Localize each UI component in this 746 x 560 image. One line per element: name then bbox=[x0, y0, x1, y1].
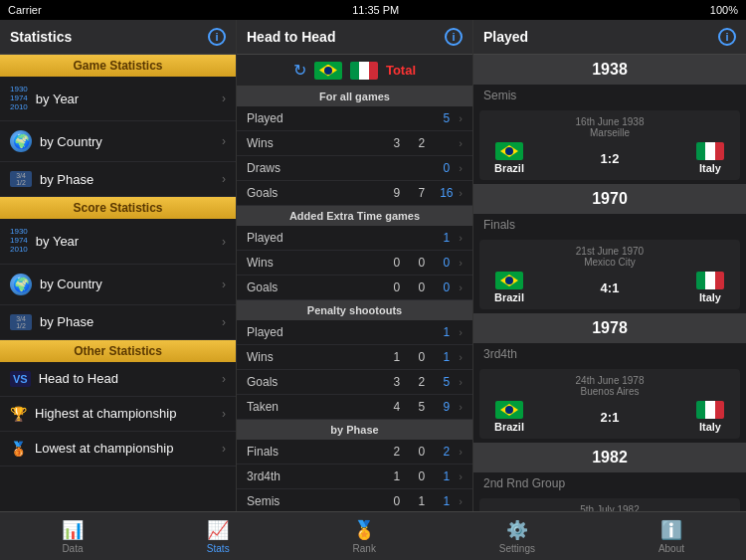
stats-tab-label: Stats bbox=[207, 543, 230, 554]
middle-panel-header: Head to Head i bbox=[237, 20, 472, 55]
settings-icon: ⚙️ bbox=[506, 519, 528, 541]
match-team-brazil: Brazil bbox=[489, 142, 529, 174]
phase-icon2: 3/41/2 bbox=[10, 314, 32, 330]
sidebar-item-score-year[interactable]: 193019742010 by Year › bbox=[0, 219, 236, 264]
score-phase-label: by Phase bbox=[40, 314, 93, 329]
table-row[interactable]: Played 1 › bbox=[237, 320, 472, 345]
match-date-venue: 16th June 1938Marseille bbox=[489, 116, 730, 138]
table-row[interactable]: Goals 9 7 16 › bbox=[237, 181, 472, 206]
statistics-info-button[interactable]: i bbox=[208, 28, 226, 46]
brazil-flag[interactable] bbox=[314, 62, 342, 80]
refresh-icon[interactable]: ↻ bbox=[293, 61, 306, 80]
tab-data[interactable]: 📊 Data bbox=[52, 515, 93, 558]
phase-icon: 3/41/2 bbox=[10, 171, 32, 187]
chevron-icon: › bbox=[222, 278, 226, 291]
phase-label: 3rd4th bbox=[473, 343, 746, 365]
year-header-1938: 1938 bbox=[473, 55, 746, 85]
about-icon: ℹ️ bbox=[660, 519, 682, 541]
sidebar-item-game-year[interactable]: 193019742010 by Year › bbox=[0, 77, 236, 121]
data-icon: 📊 bbox=[62, 519, 84, 541]
penalty-header: Penalty shootouts bbox=[237, 300, 472, 320]
match-team-brazil: Brazil bbox=[489, 401, 529, 433]
tab-stats[interactable]: 📈 Stats bbox=[197, 515, 240, 558]
sidebar-item-head-to-head[interactable]: VS Head to Head › bbox=[0, 362, 236, 397]
table-row[interactable]: Played 1 › bbox=[237, 226, 472, 251]
globe-icon: 🌍 bbox=[10, 130, 32, 152]
stats-icon: 📈 bbox=[207, 519, 229, 541]
team-selector-row: ↻ Total bbox=[237, 55, 472, 87]
trophy-up-icon: 🏆 bbox=[10, 406, 27, 422]
match-card-1978[interactable]: 24th June 1978Buenos Aires Brazil 2:1 It… bbox=[479, 369, 740, 439]
chevron-icon: › bbox=[222, 235, 226, 249]
table-row[interactable]: Taken 4 5 9 › bbox=[237, 395, 472, 420]
sidebar-item-game-phase[interactable]: 3/41/2 by Phase › bbox=[0, 162, 236, 197]
sidebar-item-highest[interactable]: 🏆 Highest at championship › bbox=[0, 397, 236, 432]
game-year-label: by Year bbox=[36, 92, 79, 106]
match-card-1982[interactable]: 5th July 1982Barcelona Brazil 2:3 Italy bbox=[479, 498, 740, 511]
table-row[interactable]: Wins 0 0 0 › bbox=[237, 251, 472, 276]
globe-icon2: 🌍 bbox=[10, 274, 32, 295]
chevron-icon: › bbox=[222, 407, 226, 421]
tab-settings[interactable]: ⚙️ Settings bbox=[489, 515, 545, 558]
about-tab-label: About bbox=[658, 543, 684, 554]
match-team-italy: Italy bbox=[690, 272, 730, 303]
match-date-venue: 24th June 1978Buenos Aires bbox=[489, 375, 730, 397]
score-country-label: by Country bbox=[40, 277, 102, 291]
game-country-label: by Country bbox=[40, 134, 102, 149]
table-row[interactable]: Wins 3 2 › bbox=[237, 131, 472, 156]
match-card-1970[interactable]: 21st June 1970Mexico City Brazil 4:1 Ita… bbox=[479, 240, 740, 309]
table-row[interactable]: 3rd4th 1 0 1 › bbox=[237, 465, 472, 489]
table-row[interactable]: Played 5 › bbox=[237, 106, 472, 131]
tab-bar: 📊 Data 📈 Stats 🏅 Rank ⚙️ Settings ℹ️ Abo… bbox=[0, 511, 746, 560]
head-to-head-label: Head to Head bbox=[39, 371, 118, 386]
match-score: 2:1 bbox=[601, 410, 620, 425]
match-team-brazil: Brazil bbox=[489, 272, 529, 303]
score-statistics-header: Score Statistics bbox=[0, 197, 236, 219]
table-row[interactable]: Semis 0 1 1 › bbox=[237, 489, 472, 511]
right-panel-header: Played i bbox=[473, 20, 746, 55]
game-statistics-header: Game Statistics bbox=[0, 55, 236, 77]
rank-icon: 🏅 bbox=[353, 519, 375, 541]
sidebar-item-score-phase[interactable]: 3/41/2 by Phase › bbox=[0, 305, 236, 340]
status-bar: Carrier 11:35 PM 100% bbox=[0, 0, 746, 20]
chevron-icon: › bbox=[222, 315, 226, 329]
tab-rank[interactable]: 🏅 Rank bbox=[343, 515, 386, 558]
table-row[interactable]: Goals 0 0 0 › bbox=[237, 276, 472, 300]
left-panel: Statistics i Game Statistics 19301974201… bbox=[0, 20, 237, 511]
match-team-italy: Italy bbox=[690, 401, 730, 433]
phase-label: 2nd Rnd Group bbox=[473, 472, 746, 494]
data-tab-label: Data bbox=[62, 543, 83, 554]
carrier-label: Carrier bbox=[8, 4, 42, 16]
chevron-icon: › bbox=[222, 442, 226, 456]
year-header-1978: 1978 bbox=[473, 313, 746, 343]
table-row[interactable]: Goals 3 2 5 › bbox=[237, 370, 472, 395]
by-phase-header: by Phase bbox=[237, 420, 472, 440]
played-title: Played bbox=[483, 29, 528, 45]
sidebar-item-lowest[interactable]: 🥉 Lowest at championship › bbox=[0, 432, 236, 467]
year-stack-icon2: 193019742010 bbox=[10, 228, 28, 254]
table-row[interactable]: Wins 1 0 1 › bbox=[237, 345, 472, 370]
vs-icon: VS bbox=[10, 371, 31, 387]
trophy-down-icon: 🥉 bbox=[10, 441, 27, 457]
head-to-head-info-button[interactable]: i bbox=[445, 28, 463, 46]
italy-flag[interactable] bbox=[350, 62, 378, 80]
rank-tab-label: Rank bbox=[353, 543, 376, 554]
table-row[interactable]: Finals 2 0 2 › bbox=[237, 440, 472, 465]
battery-label: 100% bbox=[710, 4, 738, 16]
chevron-icon: › bbox=[222, 134, 226, 148]
match-card-1938[interactable]: 16th June 1938Marseille Brazil 1:2 Italy bbox=[479, 110, 740, 180]
settings-tab-label: Settings bbox=[499, 543, 535, 554]
sidebar-item-game-country[interactable]: 🌍 by Country › bbox=[0, 121, 236, 162]
year-header-1970: 1970 bbox=[473, 184, 746, 214]
table-row[interactable]: Draws 0 › bbox=[237, 156, 472, 181]
total-label: Total bbox=[386, 63, 416, 78]
sidebar-item-score-country[interactable]: 🌍 by Country › bbox=[0, 265, 236, 305]
played-info-button[interactable]: i bbox=[718, 28, 736, 46]
head-to-head-title: Head to Head bbox=[247, 29, 335, 45]
tab-about[interactable]: ℹ️ About bbox=[649, 515, 694, 558]
middle-panel: Head to Head i ↻ Total For all games Pla… bbox=[237, 20, 473, 511]
italy-flag-match bbox=[696, 401, 724, 419]
chevron-icon: › bbox=[222, 172, 226, 186]
other-statistics-header: Other Statistics bbox=[0, 340, 236, 362]
main-content: Statistics i Game Statistics 19301974201… bbox=[0, 20, 746, 511]
